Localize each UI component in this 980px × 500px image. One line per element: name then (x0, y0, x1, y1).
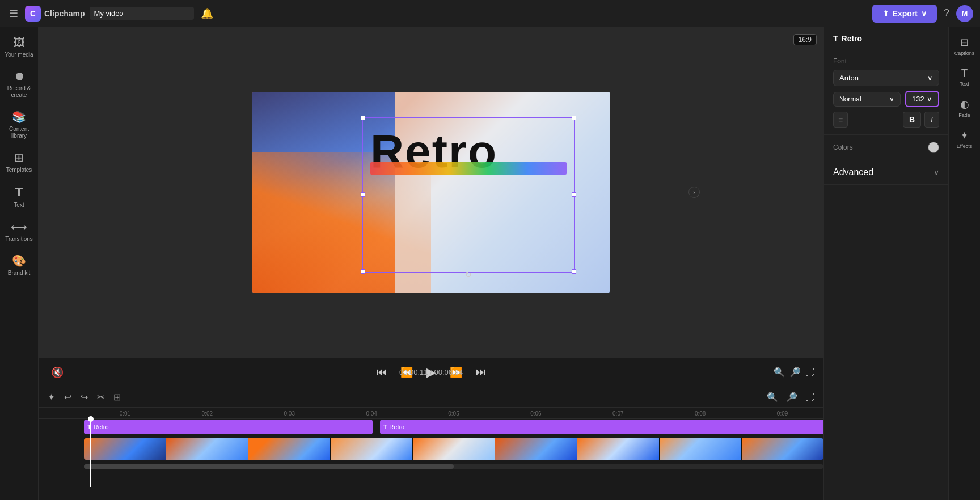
italic-button[interactable]: I (924, 112, 939, 128)
far-right-item-captions[interactable]: ⊟ Captions (949, 32, 980, 61)
text-icon: T (15, 185, 23, 200)
sidebar-item-content-library[interactable]: 📚 Contentlibrary (0, 105, 38, 144)
font-style-dropdown[interactable]: Normal ∨ (833, 92, 901, 107)
mute-button[interactable]: 🔇 (48, 363, 67, 382)
handle-tr[interactable] (572, 116, 576, 120)
export-label: Export (893, 9, 918, 18)
center-area: 16:9 ✏ ○ Anton ▼ 132 ▼ ··· (39, 27, 823, 500)
zoom-out-button[interactable]: 🔍 (774, 367, 785, 378)
font-size-input[interactable]: 132 ∨ (905, 91, 939, 107)
export-icon: ⬆ (882, 9, 889, 18)
chevron-down-icon-font-panel: ∨ (927, 74, 933, 82)
canvas-area[interactable]: 16:9 ✏ ○ Anton ▼ 132 ▼ ··· (39, 27, 823, 357)
right-panel-text-icon: T (833, 34, 838, 43)
ruler-mark-008: 0:08 (659, 410, 741, 417)
timeline-zoom-out-button[interactable]: 🔍 (764, 389, 780, 405)
video-thumbnails[interactable] (84, 438, 823, 460)
thumb-9 (742, 438, 823, 460)
aspect-ratio-badge: 16:9 (793, 34, 817, 45)
magic-tool-button[interactable]: ✦ (45, 389, 57, 405)
sidebar-item-transitions[interactable]: ⟷ Transitions (0, 215, 38, 247)
timeline-scrollbar[interactable] (84, 464, 823, 469)
collapse-panel-button[interactable]: › (688, 187, 700, 198)
undo-button[interactable]: ↩ (62, 389, 74, 405)
ruler-mark-003: 0:03 (248, 410, 331, 417)
topbar: ☰ C Clipchamp 🔔 ⬆ Export ∨ ? M (0, 0, 980, 27)
handle-br[interactable] (572, 269, 576, 274)
font-name-dropdown[interactable]: Anton ∨ (833, 70, 939, 86)
logo-icon: C (25, 6, 41, 22)
font-section: Font Anton ∨ Normal ∨ 132 ∨ ≡ (824, 50, 948, 135)
video-frame: Retro ↻ (252, 92, 610, 293)
sidebar-item-text[interactable]: T Text (0, 180, 38, 213)
far-right-item-effects[interactable]: ✦ Effects (949, 125, 980, 154)
far-right-item-text[interactable]: T Text (949, 63, 980, 91)
ruler-mark-001: 0:01 (84, 410, 166, 417)
sidebar-item-label-text: Text (14, 202, 24, 209)
sidebar-item-templates[interactable]: ⊞ Templates (0, 146, 38, 178)
text-clip-2[interactable]: T Retro (380, 420, 823, 434)
far-right-item-fade[interactable]: ◐ Fade (949, 94, 980, 122)
current-time: 00:00.11 (399, 368, 428, 376)
time-display: 00:00.11 / 00:06.94 (399, 368, 463, 376)
handle-ml[interactable] (361, 192, 365, 197)
ruler-mark-009: 0:09 (741, 410, 823, 417)
timeline-tracks-container: T Retro T Retro (39, 419, 823, 460)
chevron-down-icon-size-panel: ∨ (927, 95, 932, 103)
video-title-input[interactable] (90, 7, 194, 20)
text-clip-1-icon: T (87, 423, 91, 430)
handle-mr[interactable] (572, 192, 576, 197)
ruler-mark-002: 0:02 (166, 410, 248, 417)
main-layout: 🖼 Your media ⏺ Record &create 📚 Contentl… (0, 27, 980, 500)
ruler-mark-007: 0:07 (577, 410, 659, 417)
record-create-icon: ⏺ (14, 70, 25, 83)
rotate-handle[interactable]: ↻ (465, 270, 472, 279)
your-media-icon: 🖼 (14, 36, 25, 49)
text-selection-area[interactable]: Retro ↻ (370, 128, 567, 259)
sidebar-item-label-your-media: Your media (5, 52, 33, 58)
skip-forward-button[interactable]: ⏭ (472, 363, 489, 382)
bold-button[interactable]: B (903, 112, 921, 128)
right-panel: T Retro Font Anton ∨ Normal ∨ 132 ∨ (823, 27, 948, 500)
sidebar-item-record-create[interactable]: ⏺ Record &create (0, 65, 38, 103)
notifications-button[interactable]: 🔔 (198, 5, 216, 22)
video-track-row (39, 438, 823, 460)
ruler-mark-004: 0:04 (331, 410, 413, 417)
sidebar-item-your-media[interactable]: 🖼 Your media (0, 32, 38, 63)
brand-kit-icon: 🎨 (12, 254, 26, 268)
ruler-marks: 0:01 0:02 0:03 0:04 0:05 0:06 0:07 0:08 … (84, 410, 823, 417)
timeline-toolbar: ✦ ↩ ↪ ✂ ⊞ 🔍 🔎 ⛶ (39, 387, 823, 408)
advanced-section-title: Advanced (833, 167, 873, 177)
total-time: 00:06.94 (434, 368, 463, 376)
timeline-section: ✦ ↩ ↪ ✂ ⊞ 🔍 🔎 ⛶ 0:01 0:02 0:03 0:04 (39, 387, 823, 500)
timeline-expand-button[interactable]: ⛶ (803, 390, 817, 405)
skip-back-button[interactable]: ⏮ (373, 363, 390, 382)
sidebar-item-label-record-create: Record &create (7, 85, 31, 99)
sidebar-item-label-templates: Templates (6, 167, 32, 173)
avatar[interactable]: M (956, 5, 973, 22)
playback-left-controls: 🔇 (48, 363, 67, 382)
timeline-scrollbar-thumb[interactable] (84, 464, 454, 469)
zoom-in-button[interactable]: 🔎 (789, 367, 801, 378)
add-media-button[interactable]: ⊞ (111, 389, 123, 405)
text-clip-2-label: Retro (389, 423, 404, 430)
fullscreen-button[interactable]: ⛶ (805, 367, 814, 378)
handle-bl[interactable] (361, 269, 365, 274)
thumb-2 (166, 438, 248, 460)
sidebar-item-brand-kit[interactable]: 🎨 Brand kit (0, 249, 38, 281)
logo-letter: C (30, 9, 36, 18)
menu-button[interactable]: ☰ (7, 5, 20, 22)
cut-button[interactable]: ✂ (95, 389, 107, 405)
ruler-mark-005: 0:05 (413, 410, 495, 417)
text-clip-1[interactable]: T Retro (84, 420, 373, 434)
colors-section: Colors (824, 135, 948, 160)
align-left-button[interactable]: ≡ (833, 112, 848, 128)
handle-tl[interactable] (361, 116, 365, 120)
help-button[interactable]: ? (941, 5, 952, 22)
color-picker-button[interactable] (928, 142, 939, 153)
transitions-icon: ⟷ (11, 220, 27, 234)
redo-button[interactable]: ↪ (78, 389, 90, 405)
advanced-row[interactable]: Advanced ∨ (833, 167, 939, 177)
timeline-zoom-in-button[interactable]: 🔎 (784, 389, 800, 405)
export-button[interactable]: ⬆ Export ∨ (872, 5, 937, 23)
